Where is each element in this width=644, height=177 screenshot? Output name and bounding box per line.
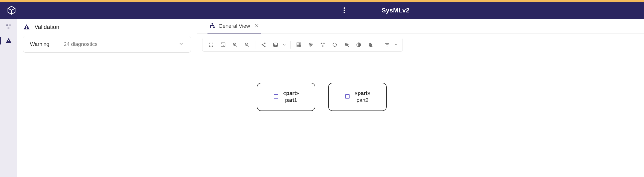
side-rail (0, 19, 17, 177)
expand-icon[interactable] (206, 39, 216, 50)
zoom-out-icon[interactable] (242, 39, 252, 50)
svg-rect-5 (8, 27, 9, 29)
header-more-icon[interactable] (340, 6, 348, 14)
filter-chevron-icon[interactable] (393, 39, 399, 50)
part-node[interactable]: «part» part2 (328, 83, 387, 111)
tree-layout-icon[interactable] (318, 39, 328, 50)
paint-off-icon[interactable] (365, 39, 376, 50)
svg-rect-11 (210, 26, 211, 28)
svg-rect-12 (213, 26, 215, 28)
svg-rect-9 (26, 28, 27, 29)
svg-point-16 (262, 44, 263, 45)
svg-point-2 (344, 12, 345, 13)
svg-point-0 (344, 7, 345, 9)
validation-header: Validation (23, 23, 191, 31)
svg-point-18 (264, 46, 266, 47)
part-stereotype: «part» (283, 90, 299, 97)
zoom-in-icon[interactable] (230, 39, 240, 50)
app-title: SysMLv2 (382, 7, 410, 14)
validation-title: Validation (34, 24, 60, 30)
part-stereotype: «part» (354, 90, 370, 97)
image-export-icon[interactable] (270, 39, 281, 50)
rail-warning-icon[interactable] (4, 36, 14, 45)
tab-label: General View (218, 23, 250, 29)
svg-rect-6 (8, 40, 8, 41)
svg-point-1 (344, 9, 345, 11)
fit-screen-icon[interactable] (218, 39, 228, 50)
main-pane: General View (197, 19, 644, 177)
diagnostics-count: 24 diagnostics (64, 41, 98, 47)
part-icon (344, 94, 350, 100)
svg-point-20 (274, 44, 275, 45)
part-name: part2 (354, 97, 370, 104)
auto-layout-icon[interactable] (330, 39, 340, 50)
svg-rect-8 (26, 26, 27, 27)
svg-rect-4 (9, 24, 11, 26)
svg-rect-25 (274, 94, 278, 98)
share-icon[interactable] (258, 39, 269, 50)
svg-rect-23 (322, 45, 323, 47)
visibility-off-icon[interactable] (342, 39, 352, 50)
snap-icon[interactable] (306, 39, 316, 50)
svg-rect-7 (8, 42, 8, 42)
diagram-icon (210, 23, 215, 29)
diagnostics-level: Warning (30, 41, 49, 47)
image-chevron-icon[interactable] (281, 39, 288, 50)
validation-warning-icon (23, 23, 30, 31)
svg-rect-26 (346, 94, 349, 98)
svg-rect-22 (323, 43, 325, 44)
svg-point-17 (264, 43, 266, 44)
app-logo-icon[interactable] (7, 5, 16, 15)
chevron-down-icon (178, 41, 184, 48)
tab-general-view[interactable]: General View (208, 19, 261, 33)
app-header: SysMLv2 (0, 2, 644, 19)
diagram-toolbar (202, 38, 403, 52)
diagram-canvas[interactable]: «part» part1 «part» part2 (197, 52, 644, 177)
validation-panel: Validation Warning 24 diagnostics (17, 19, 197, 177)
contrast-icon[interactable] (354, 39, 364, 50)
filter-icon[interactable] (382, 39, 392, 50)
part-icon (273, 94, 279, 100)
grid-icon[interactable] (294, 39, 304, 50)
tab-bar: General View (197, 19, 644, 33)
top-accent-bar (0, 0, 644, 2)
svg-rect-3 (6, 24, 8, 26)
part-name: part1 (283, 97, 299, 104)
close-icon[interactable] (254, 23, 259, 29)
part-node[interactable]: «part» part1 (257, 83, 315, 111)
rail-tree-icon[interactable] (4, 22, 14, 31)
svg-rect-10 (212, 23, 213, 24)
svg-rect-21 (321, 43, 322, 44)
diagnostics-row[interactable]: Warning 24 diagnostics (23, 36, 191, 53)
